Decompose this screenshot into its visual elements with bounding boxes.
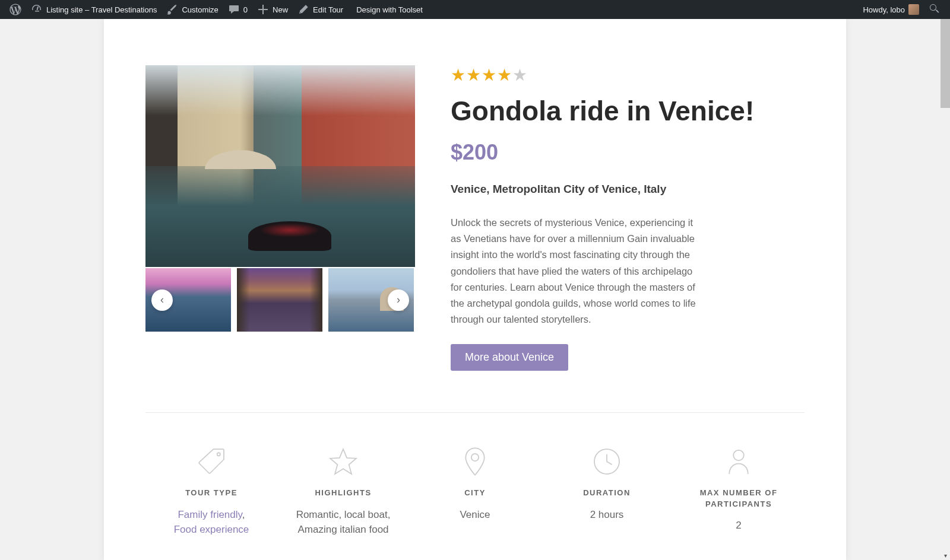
- edit-tour-link[interactable]: Edit Tour: [293, 0, 348, 19]
- star-icon: ★: [482, 66, 497, 84]
- svg-point-0: [217, 453, 220, 456]
- gallery: ‹ ›: [145, 65, 415, 371]
- new-label: New: [273, 5, 288, 14]
- chevron-left-icon: ‹: [160, 294, 164, 306]
- avatar: [908, 4, 919, 15]
- wordpress-icon: [10, 4, 21, 15]
- clock-icon: [590, 445, 623, 478]
- info-value: 2 hours: [547, 507, 667, 523]
- gallery-thumbnails: ‹ ›: [145, 268, 415, 332]
- new-link[interactable]: New: [252, 0, 293, 19]
- info-row: TOUR TYPE Family friendly, Food experien…: [145, 443, 805, 560]
- more-about-button[interactable]: More about Venice: [451, 344, 568, 371]
- info-label: MAX NUMBER OF PARTICIPANTS: [679, 488, 799, 509]
- info-value: 2: [679, 518, 799, 533]
- comment-icon: [228, 4, 240, 15]
- info-value: Venice: [415, 507, 535, 523]
- svg-point-1: [471, 454, 479, 461]
- star-icon: ★: [497, 66, 512, 84]
- info-label: HIGHLIGHTS: [283, 488, 403, 498]
- site-name-link[interactable]: Listing site – Travel Destinations: [26, 0, 162, 19]
- info-city: CITY Venice: [415, 443, 535, 537]
- plus-icon: [257, 4, 269, 15]
- description: Unlock the secrets of mysterious Venice,…: [451, 215, 706, 328]
- info-highlights: HIGHLIGHTS Romantic, local boat, Amazing…: [283, 443, 403, 537]
- tag-icon: [195, 445, 228, 478]
- toolset-link[interactable]: Design with Toolset: [348, 0, 428, 19]
- person-icon: [722, 445, 755, 478]
- gallery-prev-button[interactable]: ‹: [151, 289, 173, 311]
- dashboard-icon: [31, 4, 43, 15]
- scrollbar-thumb[interactable]: [940, 19, 950, 108]
- howdy-text: Howdy, lobo: [863, 5, 905, 14]
- info-label: CITY: [415, 488, 535, 498]
- pencil-icon: [297, 4, 309, 15]
- brush-icon: [166, 4, 178, 15]
- svg-point-3: [733, 450, 744, 461]
- comments-link[interactable]: 0: [223, 0, 252, 19]
- gallery-thumbnail[interactable]: [237, 268, 322, 332]
- detail-panel: ★★★★★ Gondola ride in Venice! $200 Venic…: [451, 65, 805, 371]
- scrollbar-track[interactable]: ▴ ▾: [940, 19, 950, 560]
- chevron-right-icon: ›: [397, 294, 400, 306]
- account-link[interactable]: Howdy, lobo: [858, 0, 924, 19]
- price: $200: [451, 140, 805, 165]
- search-icon: [929, 4, 940, 15]
- tour-type-link[interactable]: Family friendly: [178, 509, 242, 520]
- site-name: Listing site – Travel Destinations: [46, 5, 157, 14]
- scroll-down-arrow[interactable]: ▾: [940, 551, 950, 560]
- wp-logo[interactable]: [5, 0, 26, 19]
- info-value: Family friendly, Food experience: [151, 507, 271, 537]
- customize-link[interactable]: Customize: [162, 0, 223, 19]
- info-label: DURATION: [547, 488, 667, 498]
- info-value: Romantic, local boat, Amazing italian fo…: [283, 507, 403, 537]
- page-content: ‹ › ★★★★★ Gondola ride in Venice! $200: [104, 19, 846, 560]
- search-toggle[interactable]: [924, 0, 945, 19]
- customize-label: Customize: [182, 5, 218, 14]
- tour-type-link[interactable]: Food experience: [174, 524, 249, 535]
- page-title: Gondola ride in Venice!: [451, 96, 805, 127]
- location: Venice, Metropolitan City of Venice, Ita…: [451, 183, 805, 196]
- comments-count: 0: [243, 5, 248, 14]
- pin-icon: [458, 445, 492, 478]
- section-divider: [145, 412, 805, 413]
- info-tour-type: TOUR TYPE Family friendly, Food experien…: [151, 443, 271, 537]
- star-rating: ★★★★★: [451, 65, 805, 85]
- wp-admin-bar: Listing site – Travel Destinations Custo…: [0, 0, 950, 19]
- star-icon: ★: [512, 66, 528, 84]
- gallery-main-image[interactable]: [145, 65, 415, 267]
- info-label: TOUR TYPE: [151, 488, 271, 498]
- toolset-label: Design with Toolset: [356, 5, 423, 14]
- info-duration: DURATION 2 hours: [547, 443, 667, 537]
- gallery-next-button[interactable]: ›: [388, 289, 409, 311]
- star-icon: ★: [451, 66, 466, 84]
- info-participants: MAX NUMBER OF PARTICIPANTS 2: [679, 443, 799, 537]
- edit-tour-label: Edit Tour: [313, 5, 343, 14]
- star-outline-icon: [327, 445, 360, 478]
- star-icon: ★: [466, 66, 482, 84]
